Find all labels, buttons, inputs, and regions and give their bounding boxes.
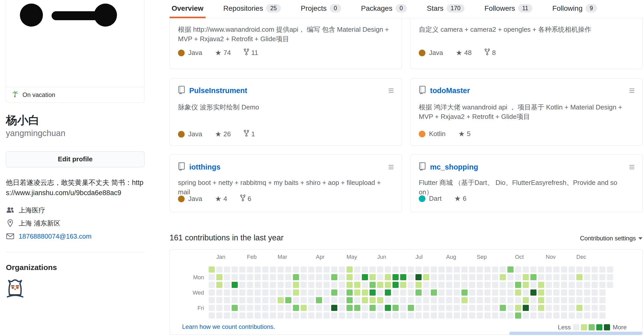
- contribution-cell[interactable]: [392, 289, 399, 296]
- contribution-cell[interactable]: [515, 305, 521, 311]
- contribution-cell[interactable]: [438, 289, 445, 296]
- repo-forks[interactable]: 11: [244, 48, 258, 57]
- contribution-cell[interactable]: [400, 289, 406, 296]
- contribution-cell[interactable]: [484, 312, 491, 319]
- contribution-cell[interactable]: [408, 305, 414, 311]
- contribution-cell[interactable]: [239, 266, 245, 273]
- contribution-cell[interactable]: [377, 274, 383, 280]
- tab-projects[interactable]: Projects 0: [299, 0, 343, 18]
- contribution-cell[interactable]: [362, 274, 368, 280]
- contribution-cell[interactable]: [431, 305, 437, 311]
- contribution-cell[interactable]: [278, 305, 284, 311]
- contribution-cell[interactable]: [515, 297, 521, 303]
- contribution-cell[interactable]: [523, 305, 529, 311]
- contribution-cell[interactable]: [599, 289, 605, 296]
- contribution-cell[interactable]: [347, 266, 353, 273]
- contribution-cell[interactable]: [339, 305, 345, 311]
- contribution-cell[interactable]: [209, 266, 215, 273]
- contribution-cell[interactable]: [369, 305, 376, 311]
- tab-repositories[interactable]: Repositories 25: [221, 0, 283, 18]
- repo-link[interactable]: todoMaster: [430, 86, 470, 95]
- contribution-cell[interactable]: [377, 305, 383, 311]
- contribution-cell[interactable]: [461, 312, 468, 319]
- edit-profile-button[interactable]: Edit profile: [6, 151, 145, 167]
- contribution-cell[interactable]: [500, 312, 506, 319]
- contribution-cell[interactable]: [561, 297, 567, 303]
- repo-stars[interactable]: ★ 48: [456, 49, 472, 57]
- contribution-cell[interactable]: [408, 297, 414, 303]
- contribution-cell[interactable]: [247, 305, 253, 311]
- contribution-cell[interactable]: [377, 282, 383, 288]
- contribution-cell[interactable]: [415, 266, 422, 273]
- contribution-cell[interactable]: [530, 266, 536, 273]
- contribution-cell[interactable]: [377, 297, 383, 303]
- repo-link[interactable]: iotthings: [189, 163, 220, 171]
- avatar[interactable]: On vacation: [6, 0, 145, 103]
- contribution-cell[interactable]: [224, 305, 230, 311]
- contribution-cell[interactable]: [507, 274, 514, 280]
- contribution-cell[interactable]: [546, 282, 552, 288]
- contribution-cell[interactable]: [239, 297, 245, 303]
- contribution-cell[interactable]: [523, 266, 529, 273]
- contribution-cell[interactable]: [461, 274, 468, 280]
- contribution-cell[interactable]: [224, 266, 230, 273]
- contribution-cell[interactable]: [216, 282, 222, 288]
- grabber-icon[interactable]: [388, 87, 395, 94]
- contribution-cell[interactable]: [293, 289, 299, 296]
- contribution-cell[interactable]: [423, 266, 429, 273]
- contribution-cell[interactable]: [400, 297, 406, 303]
- tab-following[interactable]: Following 9: [550, 0, 599, 18]
- contribution-cell[interactable]: [293, 266, 299, 273]
- contribution-cell[interactable]: [561, 274, 567, 280]
- contribution-cell[interactable]: [262, 289, 268, 296]
- contribution-cell[interactable]: [308, 282, 314, 288]
- contribution-cell[interactable]: [324, 289, 330, 296]
- contribution-cell[interactable]: [500, 266, 506, 273]
- contribution-cell[interactable]: [369, 297, 376, 303]
- contribution-cell[interactable]: [285, 274, 291, 280]
- contribution-cell[interactable]: [354, 297, 360, 303]
- contribution-cell[interactable]: [308, 274, 314, 280]
- contribution-cell[interactable]: [232, 305, 238, 311]
- contribution-cell[interactable]: [385, 305, 391, 311]
- contribution-cell[interactable]: [492, 289, 498, 296]
- contribution-cell[interactable]: [431, 297, 437, 303]
- contribution-cell[interactable]: [576, 282, 582, 288]
- contribution-cell[interactable]: [530, 289, 536, 296]
- contribution-cell[interactable]: [278, 289, 284, 296]
- contribution-cell[interactable]: [553, 297, 559, 303]
- contribution-cell[interactable]: [523, 297, 529, 303]
- contribution-cell[interactable]: [224, 289, 230, 296]
- contribution-cell[interactable]: [339, 297, 345, 303]
- contribution-cell[interactable]: [385, 289, 391, 296]
- contribution-cell[interactable]: [553, 305, 559, 311]
- contribution-cell[interactable]: [446, 282, 452, 288]
- contribution-cell[interactable]: [607, 266, 613, 273]
- repo-forks[interactable]: 8: [484, 48, 496, 57]
- contribution-cell[interactable]: [293, 305, 299, 311]
- contribution-cell[interactable]: [553, 266, 559, 273]
- contribution-cell[interactable]: [469, 297, 475, 303]
- tab-packages[interactable]: Packages 0: [359, 0, 409, 18]
- contribution-cell[interactable]: [354, 266, 360, 273]
- contribution-cell[interactable]: [477, 312, 483, 319]
- contribution-cell[interactable]: [331, 312, 337, 319]
- contribution-cell[interactable]: [308, 289, 314, 296]
- contribution-cell[interactable]: [308, 266, 314, 273]
- contribution-cell[interactable]: [362, 297, 368, 303]
- contribution-cell[interactable]: [293, 312, 299, 319]
- contribution-cell[interactable]: [438, 266, 445, 273]
- contribution-cell[interactable]: [369, 289, 376, 296]
- contribution-cell[interactable]: [500, 282, 506, 288]
- contribution-cell[interactable]: [607, 282, 613, 288]
- contribution-cell[interactable]: [278, 274, 284, 280]
- contribution-cell[interactable]: [209, 282, 215, 288]
- contribution-cell[interactable]: [523, 289, 529, 296]
- contribution-cell[interactable]: [354, 305, 360, 311]
- contribution-cell[interactable]: [553, 274, 559, 280]
- contribution-cell[interactable]: [408, 289, 414, 296]
- contribution-cell[interactable]: [431, 312, 437, 319]
- contribution-cell[interactable]: [492, 312, 498, 319]
- contribution-cell[interactable]: [454, 312, 460, 319]
- contribution-cell[interactable]: [339, 289, 345, 296]
